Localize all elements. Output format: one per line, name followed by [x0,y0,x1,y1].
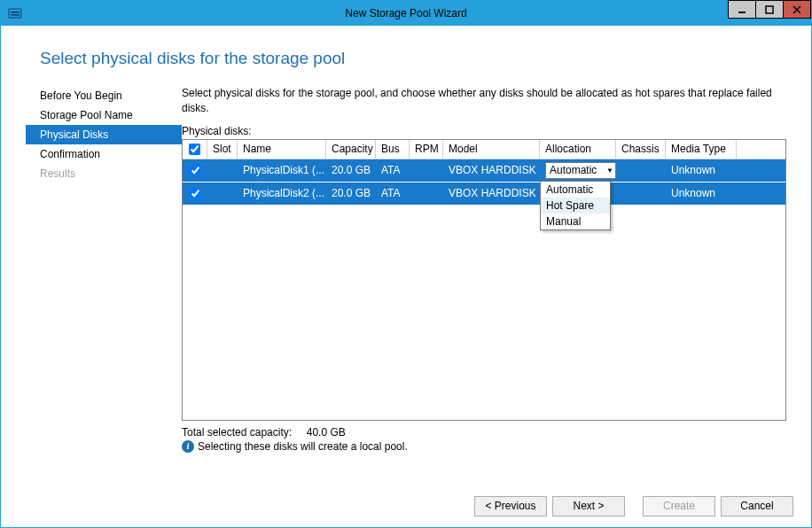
row-media: Unknown [666,164,737,176]
allocation-option-hot-spare[interactable]: Hot Spare [541,198,610,214]
window-controls [729,0,811,19]
row-model: VBOX HARDDISK [443,164,540,176]
disk-row[interactable]: PhysicalDisk2 (... 20.0 GB ATA VBOX HARD… [183,182,785,206]
main-row: Before You Begin Storage Pool Name Physi… [26,86,786,485]
column-header-chassis[interactable]: Chassis [616,140,666,159]
svg-rect-4 [766,6,773,13]
svg-rect-3 [738,12,746,13]
row-allocation: Automatic ▼ [540,162,616,179]
previous-button[interactable]: < Previous [474,496,547,516]
summary: Total selected capacity: 40.0 GB i Selec… [182,426,786,453]
select-all-checkbox[interactable] [189,144,200,155]
step-storage-pool-name[interactable]: Storage Pool Name [26,105,182,125]
right-pane: Select physical disks for the storage po… [182,86,786,485]
allocation-option-automatic[interactable]: Automatic [541,182,610,198]
row-model: VBOX HARDDISK [443,187,540,199]
column-header-slot[interactable]: Slot [207,140,238,159]
next-button[interactable]: Next > [552,496,625,516]
step-before-you-begin[interactable]: Before You Begin [26,86,182,105]
row-capacity: 20.0 GB [326,164,376,176]
row-name: PhysicalDisk2 (... [238,187,326,199]
info-text: Selecting these disks will create a loca… [198,440,408,453]
info-line: i Selecting these disks will create a lo… [182,440,786,453]
physical-disks-grid: Slot Name Capacity Bus RPM Model Allocat… [182,139,786,421]
allocation-combobox[interactable]: Automatic ▼ [545,162,616,179]
close-button[interactable] [783,0,811,19]
row-media: Unknown [666,187,737,199]
svg-rect-1 [11,12,20,13]
app-icon [6,4,24,22]
row-checkbox[interactable] [190,188,201,199]
wizard-window: New Storage Pool Wizard Select physical … [0,0,812,528]
allocation-dropdown: Automatic Hot Spare Manual [540,181,611,230]
page-title: Select physical disks for the storage po… [40,49,786,68]
row-capacity: 20.0 GB [326,187,376,199]
content-area: Select physical disks for the storage po… [1,26,811,485]
instruction-text: Select physical disks for the storage po… [182,86,786,116]
svg-rect-2 [11,14,20,16]
step-results: Results [26,164,182,183]
wizard-buttons: < Previous Next > Create Cancel [1,485,811,527]
allocation-option-manual[interactable]: Manual [541,214,610,229]
cancel-button[interactable]: Cancel [721,496,793,516]
column-header-allocation[interactable]: Allocation [540,140,616,159]
maximize-button[interactable] [755,0,784,19]
wizard-steps: Before You Begin Storage Pool Name Physi… [26,86,182,485]
grid-header: Slot Name Capacity Bus RPM Model Allocat… [183,140,785,159]
total-capacity-row: Total selected capacity: 40.0 GB [182,426,786,439]
step-confirmation[interactable]: Confirmation [26,144,182,164]
row-bus: ATA [376,164,410,176]
allocation-value: Automatic [550,164,597,176]
column-header-model[interactable]: Model [443,140,540,159]
chevron-down-icon: ▼ [606,167,613,175]
info-icon: i [182,440,194,453]
minimize-button[interactable] [728,0,756,19]
column-header-name[interactable]: Name [238,140,326,159]
row-checkbox-cell [183,165,207,176]
create-button: Create [643,496,715,516]
disk-row[interactable]: PhysicalDisk1 (... 20.0 GB ATA VBOX HARD… [183,159,785,182]
step-physical-disks[interactable]: Physical Disks [26,125,182,144]
column-header-tail [737,140,785,159]
row-checkbox[interactable] [190,165,201,176]
column-header-capacity[interactable]: Capacity [326,140,376,159]
column-header-media[interactable]: Media Type [666,140,737,159]
svg-rect-0 [9,9,21,18]
column-header-rpm[interactable]: RPM [410,140,443,159]
row-bus: ATA [376,187,410,199]
column-header-checkbox[interactable] [183,140,207,159]
row-name: PhysicalDisk1 (... [238,164,326,176]
total-capacity-value: 40.0 GB [307,426,346,439]
row-checkbox-cell [183,188,207,199]
total-capacity-label: Total selected capacity: [182,426,292,439]
window-title: New Storage Pool Wizard [1,7,811,19]
titlebar: New Storage Pool Wizard [1,1,811,26]
column-header-bus[interactable]: Bus [376,140,410,159]
physical-disks-label: Physical disks: [182,125,786,137]
